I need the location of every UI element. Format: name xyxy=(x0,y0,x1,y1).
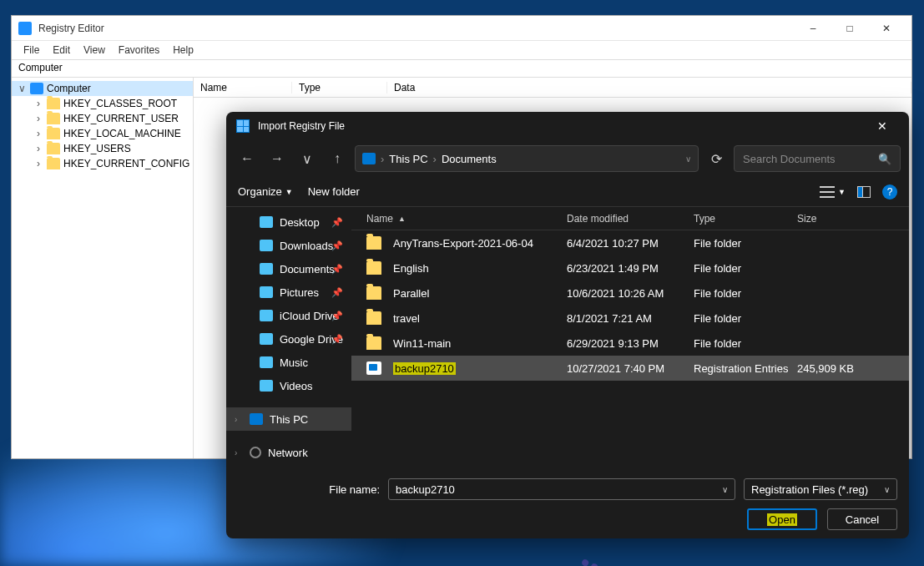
col-type[interactable]: Type xyxy=(292,82,387,93)
filename-label: File name: xyxy=(238,483,380,496)
expand-icon[interactable]: › xyxy=(33,98,43,109)
nav-up-button[interactable]: ↑ xyxy=(325,146,350,171)
tree-label: Computer xyxy=(47,83,91,94)
dialog-nav-bar: ← → ∨ ↑ › This PC › Documents ∨ ⟳ Search… xyxy=(226,140,909,177)
search-placeholder: Search Documents xyxy=(743,153,878,165)
dialog-title: Import Registry File xyxy=(258,120,866,132)
col-date[interactable]: Date modified xyxy=(567,213,694,225)
menu-edit[interactable]: Edit xyxy=(46,43,77,58)
nav-recent-button[interactable]: ∨ xyxy=(295,146,320,171)
maximize-button[interactable]: □ xyxy=(831,17,868,40)
regedit-titlebar: Registry Editor – □ ✕ xyxy=(12,16,911,41)
sidebar-item[interactable]: Documents📌 xyxy=(226,257,351,280)
filename-input[interactable]: backup2710 ∨ xyxy=(388,478,735,500)
sidebar-item-this-pc[interactable]: › This PC xyxy=(226,407,351,431)
col-data[interactable]: Data xyxy=(387,82,911,93)
chevron-right-icon[interactable]: › xyxy=(235,415,237,424)
tree-node-hive[interactable]: ›HKEY_CURRENT_USER xyxy=(28,111,193,126)
expand-icon[interactable]: › xyxy=(33,128,43,139)
sidebar-item[interactable]: Videos xyxy=(226,374,351,397)
search-input[interactable]: Search Documents 🔍 xyxy=(734,145,901,172)
sidebar-item[interactable]: Desktop📌 xyxy=(226,210,351,234)
col-name[interactable]: Name ▲ xyxy=(366,213,567,225)
new-folder-button[interactable]: New folder xyxy=(308,185,360,198)
folder-icon xyxy=(47,98,60,109)
col-type[interactable]: Type xyxy=(694,213,797,225)
file-name: Parallel xyxy=(393,287,429,300)
dialog-close-button[interactable]: ✕ xyxy=(866,119,899,133)
file-name: English xyxy=(393,262,429,275)
file-type: Registration Entries xyxy=(694,362,797,375)
folder-icon xyxy=(362,153,376,164)
expand-icon[interactable]: ∨ xyxy=(17,83,27,94)
folder-icon xyxy=(366,311,381,325)
tree-node-hive[interactable]: ›HKEY_CURRENT_CONFIG xyxy=(28,156,193,171)
menu-favorites[interactable]: Favorites xyxy=(112,43,166,58)
expand-icon[interactable]: › xyxy=(33,113,43,124)
file-size: 245,909 KB xyxy=(797,362,864,375)
col-name[interactable]: Name xyxy=(194,82,292,93)
sidebar-item[interactable]: Pictures📌 xyxy=(226,280,351,304)
path-segment-documents[interactable]: Documents xyxy=(442,153,497,165)
folder-icon xyxy=(260,286,273,298)
refresh-button[interactable]: ⟳ xyxy=(704,146,729,171)
chevron-down-icon[interactable]: ∨ xyxy=(685,154,691,164)
pin-icon: 📌 xyxy=(331,287,343,298)
file-row-folder[interactable]: travel8/1/2021 7:21 AMFile folder xyxy=(351,306,909,331)
preview-pane-button[interactable] xyxy=(857,186,871,198)
sidebar-item[interactable]: Music xyxy=(226,351,351,374)
sidebar-item[interactable]: Google Drive📌 xyxy=(226,327,351,351)
file-row-folder[interactable]: Win11-main6/29/2021 9:13 PMFile folder xyxy=(351,331,909,356)
file-row-reg[interactable]: backup271010/27/2021 7:40 PMRegistration… xyxy=(351,356,909,381)
cancel-button[interactable]: Cancel xyxy=(827,508,897,530)
sidebar-label: iCloud Drive xyxy=(280,310,339,322)
file-row-folder[interactable]: Parallel10/6/2021 10:26 AMFile folder xyxy=(351,280,909,306)
view-mode-button[interactable]: ▼ xyxy=(820,186,846,198)
file-name: AnyTrans-Export-2021-06-04 xyxy=(393,237,533,250)
navigation-pane: Desktop📌Downloads📌Documents📌Pictures📌iCl… xyxy=(226,207,351,470)
list-header: Name Type Data xyxy=(194,78,911,98)
tree-node-hive[interactable]: ›HKEY_CLASSES_ROOT xyxy=(28,96,193,111)
folder-icon xyxy=(47,113,60,124)
chevron-right-icon[interactable]: › xyxy=(235,448,237,457)
chevron-down-icon[interactable]: ∨ xyxy=(884,485,890,494)
sidebar-item[interactable]: iCloud Drive📌 xyxy=(226,304,351,327)
file-date: 8/1/2021 7:21 AM xyxy=(567,312,694,325)
pin-icon: 📌 xyxy=(331,311,343,321)
file-row-folder[interactable]: AnyTrans-Export-2021-06-046/4/2021 10:27… xyxy=(351,230,909,255)
menu-help[interactable]: Help xyxy=(166,43,200,58)
search-icon: 🔍 xyxy=(878,153,891,165)
dialog-toolbar: Organize ▼ New folder ▼ ? xyxy=(226,177,909,207)
nav-forward-button[interactable]: → xyxy=(265,146,290,171)
regedit-address-bar[interactable]: Computer xyxy=(12,59,911,78)
organize-dropdown[interactable]: Organize ▼ xyxy=(238,185,293,198)
folder-icon xyxy=(260,216,273,228)
path-segment-thispc[interactable]: This PC xyxy=(389,153,427,165)
help-button[interactable]: ? xyxy=(882,184,897,200)
close-button[interactable]: ✕ xyxy=(868,17,905,40)
address-bar[interactable]: › This PC › Documents ∨ xyxy=(355,145,699,172)
col-size[interactable]: Size xyxy=(797,213,864,225)
folder-icon xyxy=(260,356,273,368)
folder-icon xyxy=(47,128,60,139)
tree-node-computer[interactable]: ∨ Computer xyxy=(12,81,193,96)
chevron-down-icon: ▼ xyxy=(838,188,846,196)
menu-view[interactable]: View xyxy=(77,43,112,58)
file-date: 10/27/2021 7:40 PM xyxy=(567,362,694,375)
expand-icon[interactable]: › xyxy=(33,158,43,169)
tree-node-hive[interactable]: ›HKEY_USERS xyxy=(28,141,193,156)
open-button[interactable]: Open xyxy=(747,508,817,530)
file-row-folder[interactable]: English6/23/2021 1:49 PMFile folder xyxy=(351,255,909,280)
regedit-app-icon xyxy=(18,22,32,35)
sidebar-item-network[interactable]: › Network xyxy=(226,441,351,464)
menu-file[interactable]: File xyxy=(17,43,46,58)
tree-node-hive[interactable]: ›HKEY_LOCAL_MACHINE xyxy=(28,126,193,141)
sidebar-label: Network xyxy=(268,447,308,459)
filetype-dropdown[interactable]: Registration Files (*.reg) ∨ xyxy=(744,478,897,500)
expand-icon[interactable]: › xyxy=(33,143,43,154)
minimize-button[interactable]: – xyxy=(795,17,831,40)
sidebar-label: Desktop xyxy=(280,216,320,229)
chevron-down-icon[interactable]: ∨ xyxy=(722,485,728,494)
sidebar-item[interactable]: Downloads📌 xyxy=(226,234,351,257)
nav-back-button[interactable]: ← xyxy=(235,146,260,171)
